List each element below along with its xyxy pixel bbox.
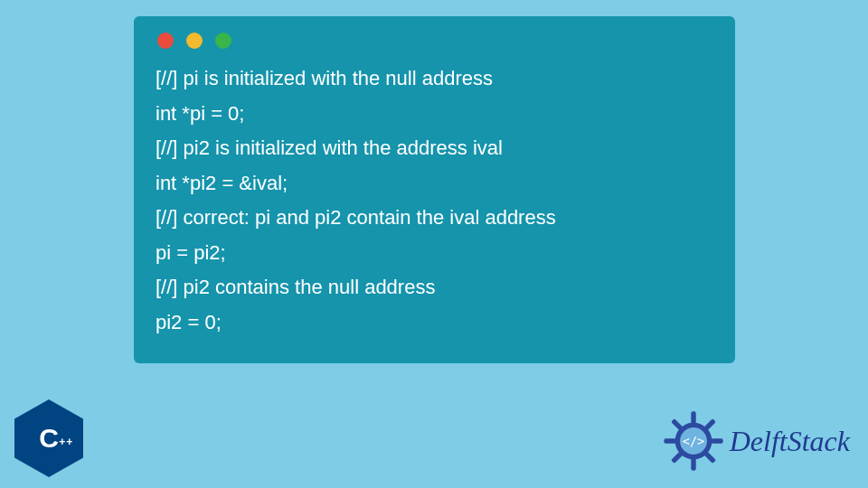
minimize-icon — [186, 33, 203, 49]
cpp-plusplus: ++ — [59, 436, 73, 448]
svg-rect-8 — [703, 452, 715, 464]
svg-rect-1 — [691, 411, 695, 424]
svg-rect-3 — [664, 438, 676, 443]
gear-icon: </> — [663, 410, 724, 472]
close-icon — [157, 33, 174, 49]
brand-name: DelftStack — [730, 425, 850, 458]
code-line: [//] correct: pi and pi2 contain the iva… — [156, 201, 713, 236]
code-line: pi2 = 0; — [156, 305, 713, 341]
code-line: int *pi = 0; — [156, 97, 713, 132]
code-window: [//] pi is initialized with the null add… — [134, 16, 735, 363]
maximize-icon — [215, 33, 231, 49]
code-line: [//] pi2 is initialized with the address… — [156, 131, 713, 166]
svg-rect-5 — [703, 418, 715, 430]
cpp-letter: C — [39, 423, 59, 453]
code-line: [//] pi is initialized with the null add… — [156, 61, 713, 97]
code-line: pi = pi2; — [156, 236, 713, 271]
svg-rect-6 — [671, 452, 683, 464]
window-title-bar — [156, 33, 713, 49]
svg-rect-2 — [691, 458, 695, 471]
cpp-logo-icon: C ++ — [14, 399, 85, 477]
svg-text:</>: </> — [682, 434, 704, 448]
brand-logo: </> DelftStack — [663, 410, 850, 472]
svg-rect-4 — [711, 438, 723, 443]
code-block: [//] pi is initialized with the null add… — [156, 61, 713, 340]
code-line: int *pi2 = &ival; — [156, 166, 713, 202]
svg-rect-7 — [671, 418, 683, 430]
code-line: [//] pi2 contains the null address — [156, 270, 713, 305]
